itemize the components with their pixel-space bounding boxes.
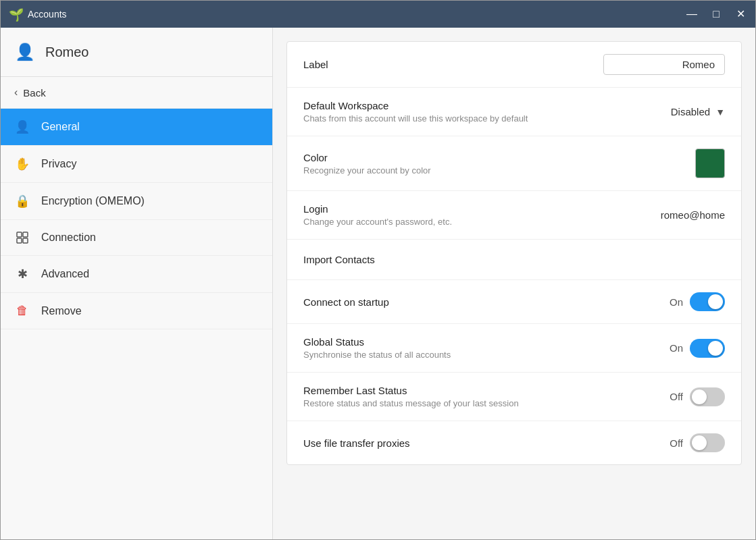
lock-icon: 🔒 bbox=[14, 194, 30, 209]
file-transfer-toggle-text: Off bbox=[664, 437, 683, 449]
remember-status-desc: Restore status and status message of you… bbox=[303, 398, 651, 408]
setting-label: Label bbox=[287, 42, 741, 88]
connect-startup-toggle[interactable] bbox=[690, 292, 725, 311]
window-title: Accounts bbox=[28, 9, 67, 20]
label-setting-title: Label bbox=[303, 59, 590, 70]
account-header: 👤 Romeo bbox=[1, 28, 272, 77]
connect-startup-title: Connect on startup bbox=[303, 296, 651, 308]
setting-import-contacts: Import Contacts bbox=[287, 240, 741, 280]
back-label: Back bbox=[23, 87, 45, 99]
login-value: romeo@home bbox=[661, 209, 725, 221]
connection-icon bbox=[14, 231, 30, 244]
color-setting-desc: Recognize your account by color bbox=[303, 165, 682, 176]
global-status-slider bbox=[690, 339, 725, 358]
avatar: 👤 bbox=[14, 41, 36, 63]
sidebar-item-label-general: General bbox=[41, 121, 80, 133]
global-status-toggle[interactable] bbox=[690, 339, 725, 358]
connect-startup-toggle-text: On bbox=[664, 296, 683, 308]
back-button[interactable]: ‹ Back bbox=[1, 77, 272, 109]
sidebar-item-privacy[interactable]: ✋ Privacy bbox=[1, 146, 272, 183]
sidebar-item-label-remove: Remove bbox=[41, 305, 82, 317]
global-status-desc: Synchronise the status of all accounts bbox=[303, 350, 651, 360]
gear-icon: ✱ bbox=[14, 267, 30, 281]
setting-remember-last-status: Remember Last Status Restore status and … bbox=[287, 373, 741, 421]
svg-rect-0 bbox=[17, 232, 22, 237]
close-button[interactable]: ✕ bbox=[734, 7, 747, 21]
login-setting-title: Login bbox=[303, 203, 647, 215]
window-controls: — □ ✕ bbox=[685, 7, 747, 21]
sidebar-item-general[interactable]: 👤 General bbox=[1, 109, 272, 146]
label-input[interactable] bbox=[603, 54, 725, 75]
sidebar-item-advanced[interactable]: ✱ Advanced bbox=[1, 256, 272, 293]
sidebar-item-label-encryption: Encryption (OMEMO) bbox=[41, 195, 145, 207]
remember-status-toggle[interactable] bbox=[690, 387, 725, 406]
content-area: Label Default Workspace Chats from this … bbox=[273, 28, 755, 539]
main-window: 🌱 Accounts — □ ✕ 👤 Romeo ‹ Back 👤 Ge bbox=[0, 0, 756, 540]
file-transfer-knob bbox=[692, 435, 707, 450]
sidebar: 👤 Romeo ‹ Back 👤 General ✋ Privacy 🔒 Enc… bbox=[1, 28, 273, 539]
sidebar-item-encryption[interactable]: 🔒 Encryption (OMEMO) bbox=[1, 183, 272, 220]
settings-panel: Label Default Workspace Chats from this … bbox=[286, 41, 742, 465]
remember-status-knob bbox=[692, 389, 707, 404]
login-setting-desc: Change your account's password, etc. bbox=[303, 217, 647, 227]
user-icon: 👤 bbox=[14, 119, 30, 134]
sidebar-item-label-privacy: Privacy bbox=[41, 158, 76, 170]
sidebar-item-label-advanced: Advanced bbox=[41, 268, 89, 280]
workspace-setting-title: Default Workspace bbox=[303, 100, 657, 111]
connect-startup-knob bbox=[708, 294, 723, 309]
workspace-value: Disabled bbox=[671, 106, 710, 117]
app-icon: 🌱 bbox=[9, 7, 22, 21]
color-setting-title: Color bbox=[303, 152, 682, 163]
global-status-title: Global Status bbox=[303, 336, 651, 348]
setting-color: Color Recognize your account by color bbox=[287, 136, 741, 191]
svg-rect-2 bbox=[17, 238, 22, 243]
titlebar: 🌱 Accounts — □ ✕ bbox=[1, 1, 755, 28]
user-icon: 👤 bbox=[15, 43, 35, 61]
file-transfer-title: Use file transfer proxies bbox=[303, 437, 651, 449]
chevron-down-icon: ▼ bbox=[715, 107, 725, 117]
back-chevron-icon: ‹ bbox=[14, 86, 18, 99]
workspace-dropdown[interactable]: Disabled ▼ bbox=[671, 106, 725, 117]
setting-global-status: Global Status Synchronise the status of … bbox=[287, 324, 741, 373]
sidebar-item-remove[interactable]: 🗑 Remove bbox=[1, 293, 272, 329]
remember-status-slider bbox=[690, 387, 725, 406]
sidebar-item-label-connection: Connection bbox=[41, 232, 96, 244]
color-swatch[interactable] bbox=[695, 148, 725, 178]
window-body: 👤 Romeo ‹ Back 👤 General ✋ Privacy 🔒 Enc… bbox=[1, 28, 755, 539]
remember-status-toggle-text: Off bbox=[664, 391, 683, 402]
account-name: Romeo bbox=[45, 45, 89, 60]
maximize-button[interactable]: □ bbox=[709, 7, 723, 21]
hand-icon: ✋ bbox=[14, 157, 30, 171]
setting-connect-startup: Connect on startup On bbox=[287, 280, 741, 324]
titlebar-left: 🌱 Accounts bbox=[9, 7, 67, 21]
trash-icon: 🗑 bbox=[14, 304, 30, 318]
file-transfer-slider bbox=[690, 433, 725, 452]
global-status-toggle-text: On bbox=[664, 342, 683, 354]
global-status-knob bbox=[708, 341, 723, 356]
svg-rect-3 bbox=[23, 238, 28, 243]
setting-file-transfer-proxies: Use file transfer proxies Off bbox=[287, 421, 741, 464]
minimize-button[interactable]: — bbox=[685, 7, 699, 21]
svg-rect-1 bbox=[23, 232, 28, 237]
file-transfer-toggle[interactable] bbox=[690, 433, 725, 452]
sidebar-item-connection[interactable]: Connection bbox=[1, 220, 272, 256]
connect-startup-slider bbox=[690, 292, 725, 311]
setting-default-workspace: Default Workspace Chats from this accoun… bbox=[287, 88, 741, 136]
remember-status-title: Remember Last Status bbox=[303, 385, 651, 396]
import-contacts-title: Import Contacts bbox=[303, 254, 725, 265]
workspace-setting-desc: Chats from this account will use this wo… bbox=[303, 113, 657, 124]
setting-login: Login Change your account's password, et… bbox=[287, 191, 741, 240]
